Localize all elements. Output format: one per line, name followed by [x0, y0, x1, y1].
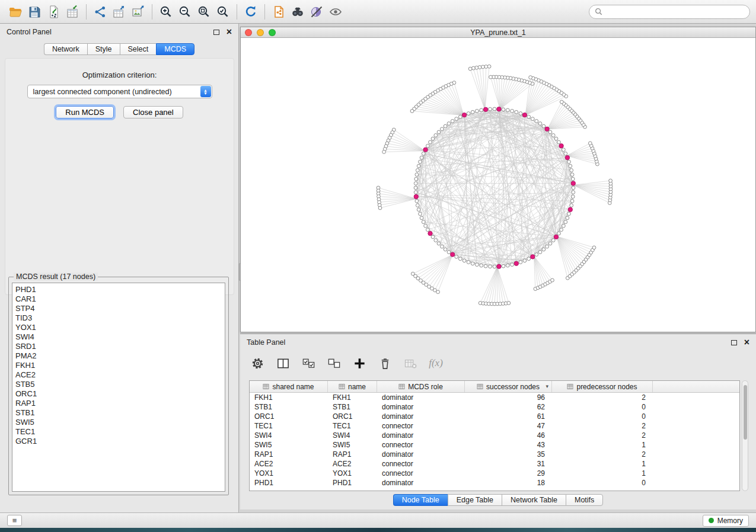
- table-scrollbar[interactable]: [742, 380, 748, 491]
- find-button[interactable]: [288, 2, 307, 21]
- export-table-icon: [112, 5, 126, 19]
- zoom-fit-button[interactable]: [194, 2, 213, 21]
- run-mcds-button[interactable]: Run MCDS: [56, 106, 114, 118]
- cell-successors: 61: [465, 412, 552, 421]
- tab-style[interactable]: Style: [87, 43, 120, 55]
- cell-successors: 29: [465, 469, 552, 477]
- close-panel-icon[interactable]: ×: [227, 28, 232, 36]
- mcds-result-item[interactable]: ORC1: [15, 389, 222, 399]
- mcds-result-item[interactable]: ACE2: [15, 370, 222, 380]
- float-table-panel-icon[interactable]: [731, 340, 737, 345]
- column-header-predecessor-nodes[interactable]: predecessor nodes: [552, 381, 653, 392]
- new-column-button[interactable]: [352, 355, 367, 371]
- zoom-selected-button[interactable]: [213, 2, 232, 21]
- tab-select[interactable]: Select: [120, 43, 157, 55]
- mcds-result-item[interactable]: PMA2: [15, 351, 222, 361]
- mcds-result-item[interactable]: PHD1: [15, 285, 222, 294]
- tab-motifs[interactable]: Motifs: [566, 494, 603, 506]
- network-canvas-svg: [241, 39, 755, 332]
- show-columns-button[interactable]: [275, 355, 291, 371]
- cell-role: dominator: [377, 431, 465, 440]
- select-all-button[interactable]: [301, 355, 316, 371]
- tab-node-table[interactable]: Node Table: [393, 494, 448, 506]
- table-row[interactable]: ORC1ORC1dominator610: [250, 412, 739, 421]
- mcds-result-item[interactable]: SRD1: [15, 342, 222, 351]
- delete-table-button: [403, 355, 418, 371]
- export-table-button[interactable]: [110, 2, 129, 21]
- table-row[interactable]: FKH1FKH1dominator962: [250, 393, 739, 402]
- mcds-result-item[interactable]: STB1: [15, 408, 222, 418]
- tab-network-table[interactable]: Network Table: [502, 494, 566, 506]
- clone-network-button[interactable]: [269, 2, 288, 21]
- cell-shared_name: STB1: [250, 403, 328, 411]
- table-row[interactable]: ACE2ACE2connector311: [250, 459, 739, 469]
- function-builder-button[interactable]: f(x): [428, 355, 444, 371]
- column-header-shared-name[interactable]: shared name: [250, 381, 328, 392]
- tab-network[interactable]: Network: [44, 43, 87, 55]
- open-button[interactable]: [6, 2, 25, 21]
- apply-style-button[interactable]: [307, 2, 326, 21]
- table-row[interactable]: TEC1TEC1connector472: [250, 421, 739, 431]
- mcds-result-item[interactable]: YOX1: [15, 323, 222, 332]
- memory-button[interactable]: Memory: [703, 515, 749, 527]
- main-toolbar-buttons: [6, 2, 345, 21]
- window-close-icon[interactable]: [245, 29, 252, 36]
- cell-name: ACE2: [328, 460, 377, 468]
- table-options-button[interactable]: [250, 355, 265, 371]
- save-button[interactable]: [25, 2, 44, 21]
- cell-role: dominator: [377, 403, 465, 411]
- table-row[interactable]: SWI5SWI5connector431: [250, 440, 739, 450]
- mcds-result-item[interactable]: FKH1: [15, 361, 222, 370]
- mcds-result-item[interactable]: SWI5: [15, 418, 222, 427]
- show-columns-icon: [276, 357, 290, 370]
- close-table-panel-icon[interactable]: ×: [744, 339, 749, 346]
- delete-column-button[interactable]: [377, 355, 393, 371]
- deselect-all-button[interactable]: [326, 355, 342, 371]
- optimization-criterion-select[interactable]: largest connected component (undirected)…: [27, 85, 212, 98]
- table-options-icon: [251, 357, 264, 370]
- refresh-button[interactable]: [241, 2, 260, 21]
- sort-menu-icon[interactable]: ▾: [546, 383, 548, 389]
- search-input[interactable]: [606, 8, 744, 16]
- table-row[interactable]: RAP1RAP1dominator352: [250, 450, 739, 459]
- table-row[interactable]: PHD1PHD1dominator180: [250, 478, 739, 488]
- table-scrollbar-thumb[interactable]: [744, 385, 747, 440]
- cell-successors: 35: [465, 450, 552, 459]
- column-header-successor-nodes[interactable]: successor nodes▾: [465, 381, 552, 392]
- mcds-result-item[interactable]: STP4: [15, 304, 222, 313]
- status-menu-button[interactable]: ≡: [7, 515, 22, 526]
- table-row[interactable]: YOX1YOX1connector291: [250, 469, 739, 478]
- table-row[interactable]: STB1STB1dominator620: [250, 402, 739, 412]
- mcds-result-item[interactable]: RAP1: [15, 399, 222, 408]
- mcds-result-item[interactable]: STB5: [15, 380, 222, 389]
- mcds-result-item[interactable]: TEC1: [15, 427, 222, 437]
- table-row[interactable]: SWI4SWI4dominator462: [250, 431, 739, 440]
- zoom-out-button[interactable]: [176, 2, 194, 21]
- mcds-result-item[interactable]: SWI4: [15, 332, 222, 342]
- export-image-button[interactable]: [129, 2, 148, 21]
- column-header-name[interactable]: name: [328, 381, 377, 392]
- import-file-button[interactable]: [44, 2, 63, 21]
- float-panel-icon[interactable]: [213, 30, 219, 35]
- mcds-result-item[interactable]: TID3: [15, 313, 222, 323]
- find-icon: [291, 5, 305, 19]
- import-table-button[interactable]: [63, 2, 82, 21]
- export-network-button[interactable]: [91, 2, 110, 21]
- close-panel-button[interactable]: Close panel: [123, 106, 183, 118]
- mcds-result-item[interactable]: CAR1: [15, 294, 222, 304]
- toolbar-separator: [152, 4, 152, 20]
- node-table: shared namenameMCDS rolesuccessor nodes▾…: [249, 380, 740, 491]
- column-header-MCDS-role[interactable]: MCDS role: [377, 381, 465, 392]
- zoom-in-button[interactable]: [157, 2, 176, 21]
- column-label: predecessor nodes: [576, 383, 637, 391]
- mcds-result-item[interactable]: GCR1: [15, 437, 222, 446]
- search-box[interactable]: [589, 5, 750, 19]
- window-minimize-icon[interactable]: [257, 29, 264, 36]
- tab-mcds[interactable]: MCDS: [156, 43, 194, 55]
- network-canvas[interactable]: [241, 39, 755, 332]
- show-hide-button[interactable]: [326, 2, 345, 21]
- cell-successors: 96: [465, 393, 552, 402]
- tab-edge-table[interactable]: Edge Table: [448, 494, 502, 506]
- mcds-result-list[interactable]: PHD1CAR1STP4TID3YOX1SWI4SRD1PMA2FKH1ACE2…: [12, 283, 225, 492]
- window-zoom-icon[interactable]: [269, 29, 276, 36]
